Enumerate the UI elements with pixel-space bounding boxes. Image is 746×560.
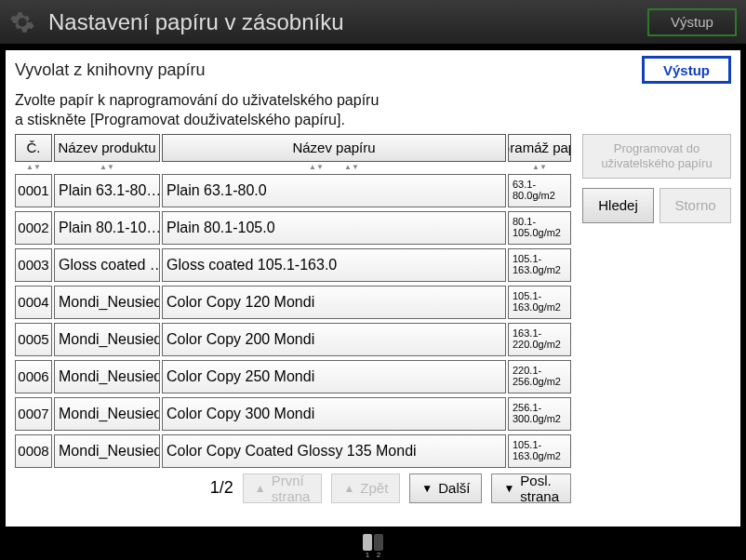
table-row[interactable]: 0005Mondi_Neusied…Color Copy 200 Mondi16… bbox=[15, 323, 571, 356]
cell-number[interactable]: 0003 bbox=[15, 248, 52, 282]
cell-number[interactable]: 0002 bbox=[15, 211, 52, 245]
cell-name[interactable]: Color Copy 120 Mondi bbox=[162, 286, 506, 319]
cell-name[interactable]: Color Copy 200 Mondi bbox=[162, 323, 506, 356]
cell-product[interactable]: Mondi_Neusied… bbox=[54, 397, 160, 431]
cell-name[interactable]: Plain 80.1-105.0 bbox=[162, 211, 506, 245]
first-page-button: ▲První strana bbox=[243, 473, 323, 503]
col-header-weight[interactable]: Gramáž pap. bbox=[508, 134, 571, 162]
gear-icon bbox=[9, 9, 35, 35]
table-row[interactable]: 0008Mondi_Neusied…Color Copy Coated Glos… bbox=[15, 434, 571, 468]
page-indicator: 1/2 bbox=[210, 478, 233, 498]
table-row[interactable]: 0007Mondi_Neusied…Color Copy 300 Mondi25… bbox=[15, 397, 571, 431]
titlebar: Nastavení papíru v zásobníku Výstup bbox=[0, 0, 746, 45]
cell-weight[interactable]: 105.1-163.0g/m2 bbox=[508, 286, 571, 319]
col-header-number[interactable]: Č. bbox=[15, 134, 52, 162]
cell-weight[interactable]: 80.1-105.0g/m2 bbox=[508, 211, 571, 245]
cell-weight[interactable]: 63.1-80.0g/m2 bbox=[508, 174, 571, 207]
status-strip: 1 2 bbox=[0, 532, 746, 560]
pager: 1/2 ▲První strana ▲Zpět ▼Další ▼Posl. st… bbox=[15, 468, 571, 503]
cell-product[interactable]: Plain 80.1-10… bbox=[54, 211, 160, 245]
cell-number[interactable]: 0007 bbox=[15, 397, 52, 431]
last-page-button[interactable]: ▼Posl. strana bbox=[491, 473, 571, 503]
cell-weight[interactable]: 105.1-163.0g/m2 bbox=[508, 248, 571, 282]
sort-indicator: ▲▼ bbox=[54, 163, 160, 172]
cell-product[interactable]: Mondi_Neusied… bbox=[54, 323, 160, 356]
page-title: Nastavení papíru v zásobníku bbox=[48, 9, 647, 35]
cell-weight[interactable]: 105.1-163.0g/m2 bbox=[508, 434, 571, 468]
cell-number[interactable]: 0001 bbox=[15, 174, 52, 207]
col-header-product[interactable]: Název produktu bbox=[54, 134, 160, 162]
sort-indicator: ▲▼ ▲▼ bbox=[162, 163, 506, 172]
cell-weight[interactable]: 220.1-256.0g/m2 bbox=[508, 360, 571, 393]
program-to-user-paper-button: Programovat do uživatelského papíru bbox=[582, 134, 731, 179]
cell-name[interactable]: Color Copy Coated Glossy 135 Mondi bbox=[162, 434, 506, 468]
table-row[interactable]: 0002Plain 80.1-10…Plain 80.1-105.080.1-1… bbox=[15, 211, 571, 245]
cancel-button: Storno bbox=[659, 188, 731, 223]
cell-product[interactable]: Mondi_Neusied… bbox=[54, 360, 160, 393]
cell-product[interactable]: Mondi_Neusied… bbox=[54, 434, 160, 468]
sort-indicator: ▲▼ bbox=[508, 163, 571, 172]
cell-number[interactable]: 0005 bbox=[15, 323, 52, 356]
output-button-top[interactable]: Výstup bbox=[647, 8, 737, 36]
table-row[interactable]: 0006Mondi_Neusied…Color Copy 250 Mondi22… bbox=[15, 360, 571, 393]
cell-weight[interactable]: 256.1-300.0g/m2 bbox=[508, 397, 571, 431]
cell-product[interactable]: Gloss coated … bbox=[54, 248, 160, 282]
col-header-name[interactable]: Název papíru bbox=[162, 134, 506, 162]
next-page-button[interactable]: ▼Další bbox=[409, 473, 482, 503]
paper-table: Č. Název produktu Název papíru Gramáž pa… bbox=[15, 134, 571, 521]
cell-product[interactable]: Plain 63.1-80… bbox=[54, 174, 160, 207]
instructions: Zvolte papír k naprogramování do uživate… bbox=[15, 91, 731, 130]
cell-number[interactable]: 0006 bbox=[15, 360, 52, 393]
search-button[interactable]: Hledej bbox=[582, 188, 654, 223]
tray-1-icon bbox=[363, 534, 372, 551]
cell-name[interactable]: Gloss coated 105.1-163.0 bbox=[162, 248, 506, 282]
table-row[interactable]: 0004Mondi_Neusied…Color Copy 120 Mondi10… bbox=[15, 286, 571, 319]
tray-2-icon bbox=[374, 534, 383, 551]
cell-name[interactable]: Plain 63.1-80.0 bbox=[162, 174, 506, 207]
table-row[interactable]: 0003Gloss coated …Gloss coated 105.1-163… bbox=[15, 248, 571, 282]
prev-page-button: ▲Zpět bbox=[331, 473, 400, 503]
sort-indicator: ▲▼ bbox=[15, 163, 52, 172]
table-row[interactable]: 0001Plain 63.1-80…Plain 63.1-80.063.1-80… bbox=[15, 174, 571, 207]
cell-weight[interactable]: 163.1-220.0g/m2 bbox=[508, 323, 571, 356]
cell-product[interactable]: Mondi_Neusied… bbox=[54, 286, 160, 319]
cell-number[interactable]: 0004 bbox=[15, 286, 52, 319]
cell-number[interactable]: 0008 bbox=[15, 434, 52, 468]
cell-name[interactable]: Color Copy 250 Mondi bbox=[162, 360, 506, 393]
output-button[interactable]: Výstup bbox=[642, 56, 731, 84]
section-title: Vyvolat z knihovny papíru bbox=[15, 60, 642, 80]
cell-name[interactable]: Color Copy 300 Mondi bbox=[162, 397, 506, 431]
